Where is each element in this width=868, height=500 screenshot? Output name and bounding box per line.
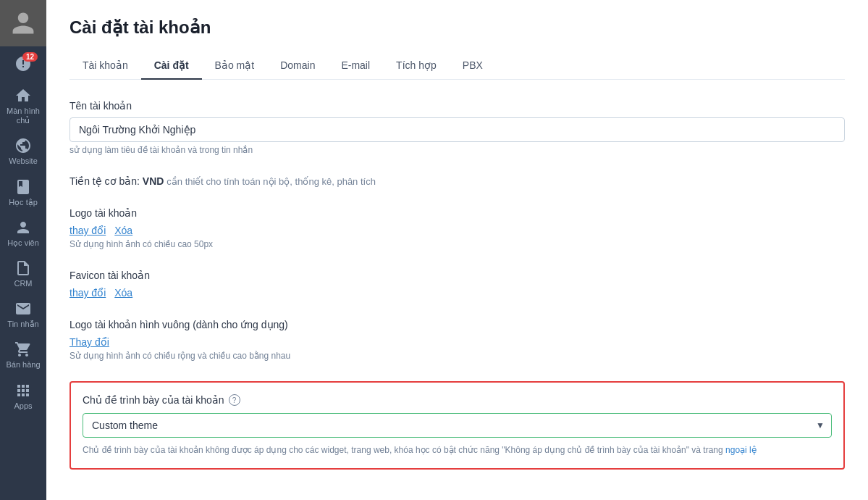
theme-label: Chủ đề trình bày của tài khoản <box>83 394 224 406</box>
tab-tich-hop[interactable]: Tích hợp <box>383 52 450 80</box>
logo-hint: Sử dụng hình ảnh có chiều cao 50px <box>69 239 845 249</box>
account-name-input[interactable] <box>69 117 845 142</box>
currency-row: Tiền tệ cơ bản: VND cần thiết cho tính t… <box>69 175 845 187</box>
currency-code: VND <box>143 175 164 187</box>
sidebar-item-label: Màn hìnhchủ <box>7 107 40 125</box>
sidebar-item-man-hinh-chu[interactable]: Màn hìnhchủ <box>0 81 46 131</box>
notification-badge[interactable]: 12 <box>0 46 46 81</box>
theme-exception-link[interactable]: ngoại lệ <box>725 445 757 455</box>
tab-bar: Tài khoản Cài đặt Bảo mật Domain E-mail … <box>69 52 845 80</box>
file-icon <box>14 259 32 277</box>
currency-label: Tiền tệ cơ bản: <box>69 175 140 187</box>
currency-hint: cần thiết cho tính toán nội bộ, thống kê… <box>167 176 376 187</box>
tab-e-mail[interactable]: E-mail <box>328 52 383 80</box>
sidebar-item-label: Tin nhắn <box>7 320 38 329</box>
sidebar-item-label: Website <box>9 157 38 166</box>
tab-tai-khoan[interactable]: Tài khoản <box>69 52 141 80</box>
sidebar-item-label: Bán hàng <box>6 360 40 370</box>
tab-pbx[interactable]: PBX <box>450 52 496 80</box>
favicon-label: Favicon tài khoản <box>69 270 845 281</box>
logo-section: Logo tài khoản thay đổi Xóa Sử dụng hình… <box>69 207 845 249</box>
currency-section: Tiền tệ cơ bản: VND cần thiết cho tính t… <box>69 175 845 187</box>
sidebar-item-website[interactable]: Website <box>0 131 46 172</box>
sidebar-item-label: Học viên <box>7 238 39 248</box>
sidebar-item-apps[interactable]: Apps <box>0 376 46 417</box>
book-icon <box>14 178 32 196</box>
theme-footer-text: Chủ đề trình bày của tài khoản không đượ… <box>83 445 723 455</box>
square-logo-hint: Sử dụng hình ảnh có chiều rộng và chiều … <box>69 351 845 361</box>
globe-icon <box>14 137 32 154</box>
logo-change-button[interactable]: thay đổi <box>69 225 106 236</box>
sidebar-item-hoc-tap[interactable]: Học tập <box>0 172 46 213</box>
tab-cai-dat[interactable]: Cài đặt <box>141 52 202 80</box>
favicon-actions: thay đổi Xóa <box>69 287 845 299</box>
sidebar-item-tin-nhan[interactable]: Tin nhắn <box>0 294 46 335</box>
logo-delete-button[interactable]: Xóa <box>114 225 132 236</box>
user-icon <box>14 219 32 236</box>
tab-bao-mat[interactable]: Bảo mật <box>202 52 268 80</box>
theme-label-row: Chủ đề trình bày của tài khoản ? <box>83 394 832 406</box>
square-logo-label: Logo tài khoản hình vuông (dành cho ứng … <box>69 319 845 330</box>
grid-icon <box>14 382 32 399</box>
sidebar-item-crm[interactable]: CRM <box>0 254 46 294</box>
square-logo-actions: Thay đổi <box>69 336 845 348</box>
account-name-section: Tên tài khoản sử dụng làm tiêu đề tài kh… <box>69 100 845 155</box>
favicon-delete-button[interactable]: Xóa <box>114 287 132 299</box>
theme-select-wrapper: Custom theme Default theme Dark theme ▼ <box>83 413 832 438</box>
theme-section: Chủ đề trình bày của tài khoản ? Custom … <box>69 381 845 470</box>
sidebar: 12 Màn hìnhchủ Website Học tập Học viên … <box>0 0 46 500</box>
avatar-icon <box>10 10 36 36</box>
logo-label: Logo tài khoản <box>69 207 845 219</box>
tab-domain[interactable]: Domain <box>267 52 328 80</box>
account-name-label: Tên tài khoản <box>69 100 845 112</box>
sidebar-item-label: CRM <box>14 279 32 288</box>
mail-icon <box>14 300 32 317</box>
sidebar-item-hoc-vien[interactable]: Học viên <box>0 213 46 254</box>
sidebar-item-label: Apps <box>14 401 32 411</box>
square-logo-change-button[interactable]: Thay đổi <box>69 336 109 348</box>
main-content: Cài đặt tài khoản Tài khoản Cài đặt Bảo … <box>46 0 868 500</box>
square-logo-section: Logo tài khoản hình vuông (dành cho ứng … <box>69 319 845 361</box>
theme-help-icon[interactable]: ? <box>229 394 240 406</box>
home-icon <box>14 87 32 104</box>
user-avatar[interactable] <box>0 0 46 46</box>
sidebar-item-ban-hang[interactable]: Bán hàng <box>0 335 46 375</box>
theme-footer: Chủ đề trình bày của tài khoản không đượ… <box>83 443 832 457</box>
favicon-section: Favicon tài khoản thay đổi Xóa <box>69 270 845 299</box>
logo-actions: thay đổi Xóa <box>69 225 845 236</box>
favicon-change-button[interactable]: thay đổi <box>69 287 106 299</box>
account-name-hint: sử dụng làm tiêu đề tài khoản và trong t… <box>69 145 845 155</box>
theme-select[interactable]: Custom theme Default theme Dark theme <box>83 413 832 438</box>
page-title: Cài đặt tài khoản <box>69 17 845 38</box>
badge-count: 12 <box>22 52 38 62</box>
sidebar-item-label: Học tập <box>9 198 38 207</box>
cart-icon <box>14 341 32 358</box>
